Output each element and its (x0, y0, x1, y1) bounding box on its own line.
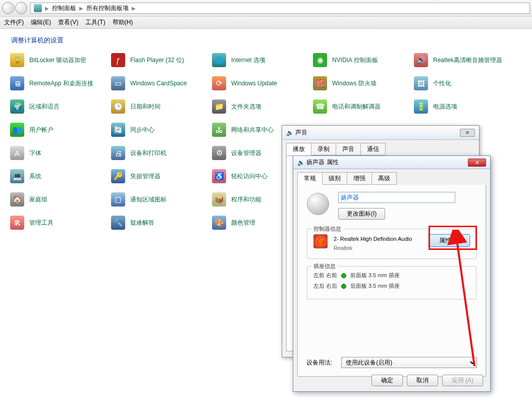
tab-enhance[interactable]: 增强 (347, 172, 372, 185)
sound-tabs: 播放 录制 声音 通信 (282, 140, 479, 156)
item-tray[interactable]: ▢通知区域图标 (108, 192, 209, 207)
item-nvidia[interactable]: ◉NVIDIA 控制面板 (310, 53, 411, 67)
forward-button[interactable] (15, 2, 27, 14)
item-firewall[interactable]: 🧱Windows 防火墙 (310, 76, 411, 90)
item-realtek[interactable]: 🔊Realtek高清晰音频管理器 (411, 53, 512, 67)
jack-dot-icon (341, 284, 346, 289)
item-remoteapp[interactable]: 🖥RemoteApp 和桌面连接 (7, 76, 108, 90)
close-icon[interactable]: ✕ (468, 159, 486, 167)
item-system[interactable]: 💻系统 (7, 169, 108, 183)
item-devices[interactable]: 🖨设备和打印机 (108, 146, 209, 160)
color-icon: 🎨 (212, 216, 226, 230)
item-modem[interactable]: ☎电话和调制解调器 (310, 99, 411, 114)
breadcrumb-seg-2[interactable]: 所有控制面板项 (86, 4, 129, 13)
creds-icon: 🔑 (111, 169, 125, 183)
tab-level[interactable]: 级别 (322, 172, 347, 185)
jack-group: 插座信息 左前 右前 前面板 3.5 mm 插座 左后 右后 后面板 3.5 m… (307, 266, 476, 299)
bitlocker-icon: 🔒 (10, 53, 24, 67)
jack2-desc: 后面板 3.5 mm 插座 (350, 282, 400, 290)
tab-general[interactable]: 常规 (297, 172, 323, 185)
cardspace-icon: ▭ (111, 76, 125, 90)
item-folder[interactable]: 📁文件夹选项 (209, 99, 310, 114)
globe-icon: 🌐 (212, 53, 226, 67)
item-troubleshoot[interactable]: 🔧疑难解答 (108, 216, 209, 230)
fonts-icon: A (10, 146, 24, 160)
menu-file[interactable]: 文件(F) (4, 18, 24, 27)
menubar: 文件(F) 编辑(E) 查看(V) 工具(T) 帮助(H) (0, 17, 532, 29)
sound-title: 声音 (295, 128, 307, 137)
admin-icon: 🛠 (10, 216, 24, 230)
item-admin[interactable]: 🛠管理工具 (7, 216, 108, 230)
breadcrumb-seg-1[interactable]: 控制面板 (52, 4, 76, 13)
device-icon (307, 193, 329, 215)
power-icon: 🔋 (414, 99, 428, 114)
controller-group: 控制器信息 🦀 2- Realtek High Definition Audio… (307, 229, 476, 259)
jack-group-title: 插座信息 (311, 263, 338, 270)
printer-icon: 🖨 (111, 146, 125, 160)
apply-button[interactable]: 应用 (A) (442, 375, 483, 386)
item-flash[interactable]: ƒFlash Player (32 位) (108, 53, 209, 67)
ease-icon: ♿ (212, 169, 226, 183)
jack1-position: 左前 右前 (313, 272, 337, 279)
update-icon: ⟳ (212, 76, 226, 90)
chevron-right-icon: ▶ (79, 6, 83, 11)
properties-button[interactable]: 属性(P) (429, 234, 470, 247)
sound-titlebar[interactable]: 🔈 声音 ✕ (282, 126, 479, 140)
jack2-position: 左后 右后 (313, 282, 337, 290)
homegroup-icon: 🏠 (10, 192, 24, 207)
tray-icon: ▢ (111, 192, 125, 207)
tab-adv[interactable]: 高级 (371, 172, 397, 185)
item-sync[interactable]: 🔄同步中心 (108, 123, 209, 137)
menu-edit[interactable]: 编辑(E) (31, 18, 51, 27)
menu-tools[interactable]: 工具(T) (85, 18, 105, 27)
close-icon[interactable]: ✕ (460, 129, 475, 137)
users-icon: 👥 (10, 123, 24, 137)
menu-view[interactable]: 查看(V) (58, 18, 78, 27)
control-panel-icon (34, 4, 42, 12)
tab-play[interactable]: 播放 (286, 143, 311, 156)
usage-label: 设备用法: (306, 358, 332, 367)
region-icon: 🌍 (10, 99, 24, 114)
cancel-button[interactable]: 取消 (407, 375, 438, 386)
address-bar-area: ▶ 控制面板 ▶ 所有控制面板项 ▶ (0, 0, 532, 17)
item-cardspace[interactable]: ▭Windows CardSpace (108, 76, 209, 90)
item-power[interactable]: 🔋电源选项 (411, 99, 512, 114)
remoteapp-icon: 🖥 (10, 76, 24, 90)
nvidia-icon: ◉ (313, 53, 327, 67)
item-users[interactable]: 👥用户帐户 (7, 123, 108, 137)
tab-comm[interactable]: 通信 (360, 143, 386, 156)
realtek-icon: 🦀 (313, 234, 328, 248)
clock-icon: 🕒 (111, 99, 125, 114)
controller-vendor: Realtek (334, 243, 422, 252)
chevron-right-icon: ▶ (132, 6, 136, 11)
change-icon-button[interactable]: 更改图标(I) (338, 208, 385, 220)
device-name-input[interactable] (338, 192, 455, 203)
ok-button[interactable]: 确定 (371, 375, 403, 386)
speaker-titlebar[interactable]: 🔈 扬声器 属性 ✕ (293, 156, 490, 169)
back-button[interactable] (2, 2, 14, 14)
tab-sound[interactable]: 声音 (336, 143, 361, 156)
page-title: 调整计算机的设置 (0, 29, 532, 48)
firewall-icon: 🧱 (313, 76, 327, 90)
menu-help[interactable]: 帮助(H) (113, 18, 133, 27)
tab-record[interactable]: 录制 (311, 143, 336, 156)
item-bitlocker[interactable]: 🔒BitLocker 驱动器加密 (7, 53, 108, 67)
item-region[interactable]: 🌍区域和语言 (7, 99, 108, 114)
jack-dot-icon (341, 273, 346, 278)
item-creds[interactable]: 🔑凭据管理器 (108, 169, 209, 183)
speaker-title: 扬声器 属性 (306, 158, 338, 167)
item-fonts[interactable]: A字体 (7, 146, 108, 160)
item-homegroup[interactable]: 🏠家庭组 (7, 192, 108, 207)
item-internet[interactable]: 🌐Internet 选项 (209, 53, 310, 67)
troubleshoot-icon: 🔧 (111, 216, 125, 230)
item-personalize[interactable]: 🖼个性化 (411, 76, 512, 90)
item-update[interactable]: ⟳Windows Update (209, 76, 310, 90)
item-datetime[interactable]: 🕒日期和时间 (108, 99, 209, 114)
folder-icon: 📁 (212, 99, 226, 114)
usage-row: 设备用法: 使用此设备(启用) (306, 357, 477, 368)
phone-icon: ☎ (313, 99, 327, 114)
speaker-icon: 🔊 (414, 53, 428, 67)
usage-select[interactable]: 使用此设备(启用) (341, 357, 477, 368)
breadcrumb[interactable]: ▶ 控制面板 ▶ 所有控制面板项 ▶ (30, 3, 530, 14)
controller-group-title: 控制器信息 (311, 225, 343, 233)
